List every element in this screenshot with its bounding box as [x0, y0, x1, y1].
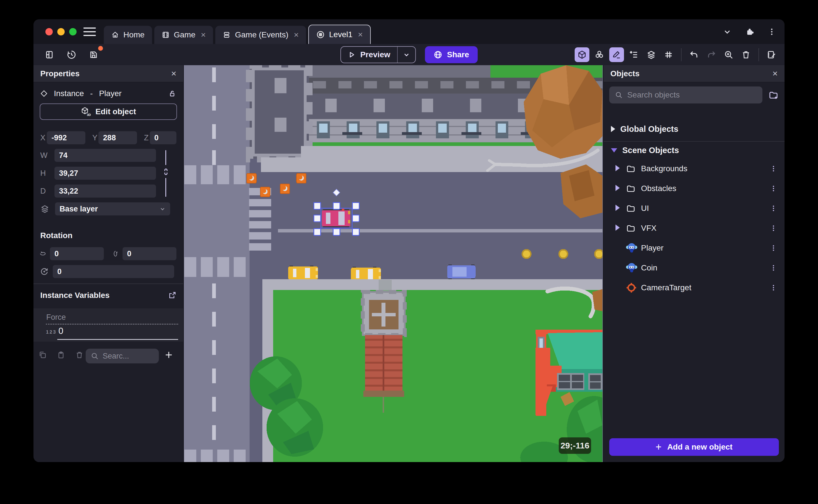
item-menu-button[interactable]	[770, 284, 777, 291]
close-tab-icon[interactable]: ×	[358, 30, 363, 39]
redo-button[interactable]	[704, 47, 719, 62]
item-menu-button[interactable]	[770, 244, 777, 252]
tree-item-backgrounds[interactable]: Backgrounds	[604, 159, 785, 179]
tab-game[interactable]: Game ×	[154, 26, 213, 44]
panels-layout-button[interactable]	[42, 47, 57, 62]
scene-objects-group[interactable]: Scene Objects	[604, 143, 785, 157]
tree-item-coin[interactable]: Coin	[604, 258, 785, 278]
tab-home[interactable]: Home	[104, 26, 152, 44]
undo-icon	[689, 50, 699, 60]
undo-button[interactable]	[687, 47, 701, 62]
close-properties-icon[interactable]: ×	[171, 68, 176, 79]
folder-icon	[626, 183, 636, 194]
scene-editor-canvas[interactable]: 29;-116	[184, 65, 603, 462]
tree-item-cameratarget[interactable]: CameraTarget	[604, 278, 785, 298]
close-objects-icon[interactable]: ×	[772, 68, 778, 79]
item-menu-button[interactable]	[770, 185, 777, 192]
tab-level1[interactable]: Level1 ×	[308, 25, 371, 44]
objects-mode-button[interactable]	[592, 47, 607, 62]
tree-item-obstacles[interactable]: Obstacles	[604, 179, 785, 198]
z-field[interactable]	[150, 131, 176, 144]
add-folder-button[interactable]	[768, 90, 779, 100]
yellow-car-1[interactable]	[288, 266, 318, 280]
copy-variable-button[interactable]	[36, 349, 49, 361]
svg-text:3D: 3D	[87, 113, 91, 117]
item-menu-button[interactable]	[770, 264, 777, 272]
add-variable-button[interactable]	[162, 349, 175, 361]
share-button[interactable]: Share	[425, 46, 478, 63]
tree-item-player[interactable]: Player	[604, 238, 785, 258]
h-label: H	[40, 169, 54, 178]
layer-select[interactable]: Base layer	[55, 202, 170, 215]
edit-mode-button[interactable]	[609, 47, 624, 62]
search-icon	[615, 91, 623, 99]
add-new-object-button[interactable]: + Add a new object	[609, 438, 779, 456]
edit-scene-properties-button[interactable]	[764, 47, 779, 62]
delete-variable-button[interactable]	[73, 349, 86, 361]
globe-icon	[434, 50, 443, 59]
variable-name[interactable]: Force	[46, 313, 66, 322]
cubes-stack-icon	[595, 50, 604, 60]
chevron-down-icon[interactable]	[723, 27, 732, 36]
objects-search-input[interactable]	[627, 90, 757, 99]
grid-button[interactable]	[661, 47, 676, 62]
kebab-menu-icon[interactable]	[768, 27, 776, 36]
instances-list-button[interactable]	[627, 47, 641, 62]
rotation-y-field[interactable]	[122, 247, 176, 260]
global-objects-group[interactable]: Global Objects	[604, 122, 785, 136]
variables-search-input[interactable]	[103, 352, 145, 361]
item-menu-button[interactable]	[770, 225, 777, 232]
trash-icon	[75, 351, 84, 359]
w-field[interactable]	[54, 149, 156, 162]
blue-car[interactable]	[447, 264, 476, 279]
brick-tower[interactable]	[363, 280, 405, 413]
link-dimensions-toggle[interactable]	[161, 167, 170, 176]
toggle-3d-view-button[interactable]	[575, 47, 589, 62]
item-menu-button[interactable]	[770, 205, 777, 212]
delete-button[interactable]	[739, 47, 753, 62]
properties-header: Properties ×	[33, 65, 183, 82]
toolbar-left	[42, 44, 101, 65]
tab-game-events[interactable]: Game (Events) ×	[215, 26, 306, 44]
y-label: Y	[91, 134, 98, 142]
rotation-row-1	[39, 247, 176, 260]
history-button[interactable]	[64, 47, 79, 62]
monkey-object-icon	[626, 242, 638, 254]
selected-player-instance[interactable]	[321, 208, 352, 228]
play-icon	[348, 51, 356, 59]
lock-toggle[interactable]	[168, 89, 176, 98]
tree-item-ui[interactable]: UI	[604, 198, 785, 218]
maximize-window-button[interactable]	[69, 28, 77, 35]
tab-label: Level1	[329, 30, 352, 39]
rotation-z-field[interactable]	[53, 265, 174, 278]
h-field[interactable]	[54, 167, 156, 180]
variable-value[interactable]: 0	[58, 326, 63, 336]
y-field[interactable]	[98, 131, 137, 144]
objects-title: Objects	[610, 69, 640, 78]
minimize-window-button[interactable]	[57, 28, 65, 35]
close-tab-icon[interactable]: ×	[201, 31, 206, 39]
add-object-label: Add a new object	[667, 442, 732, 452]
x-field[interactable]	[47, 131, 85, 144]
unlock-icon	[168, 89, 176, 98]
paste-variable-button[interactable]	[55, 349, 67, 361]
edit-object-button[interactable]: 3D Edit object	[40, 103, 177, 120]
global-objects-label: Global Objects	[620, 124, 679, 134]
save-button[interactable]	[86, 47, 101, 62]
d-field[interactable]	[54, 185, 156, 198]
item-menu-button[interactable]	[770, 165, 777, 172]
preview-options-button[interactable]	[397, 47, 415, 63]
zoom-in-button[interactable]	[721, 47, 736, 62]
rotate-z-icon	[39, 266, 49, 277]
open-variables-editor[interactable]	[168, 291, 176, 300]
close-window-button[interactable]	[45, 28, 53, 35]
layers-panel-button[interactable]	[644, 47, 659, 62]
tree-item-vfx[interactable]: VFX	[604, 218, 785, 238]
caret-right-icon	[616, 205, 620, 211]
tab-label: Home	[123, 30, 145, 39]
menu-icon[interactable]	[83, 26, 96, 38]
preview-button[interactable]: Preview	[341, 47, 397, 63]
close-tab-icon[interactable]: ×	[294, 31, 299, 39]
extensions-puzzle-icon[interactable]	[745, 27, 754, 37]
rotation-x-field[interactable]	[50, 247, 104, 260]
